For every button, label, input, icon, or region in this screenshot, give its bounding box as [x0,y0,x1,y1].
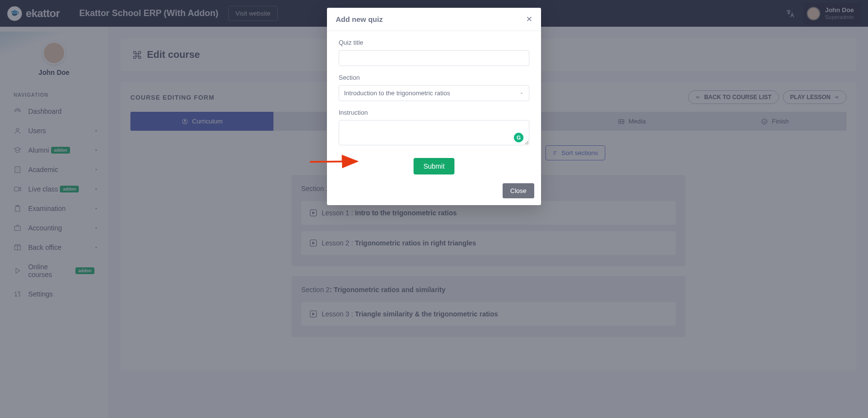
modal-close-icon[interactable]: ✕ [526,15,532,24]
modal-title: Add new quiz [336,15,383,23]
modal-overlay: Add new quiz ✕ Quiz title Section Introd… [0,0,868,27]
add-quiz-modal: Add new quiz ✕ Quiz title Section Introd… [327,8,541,27]
